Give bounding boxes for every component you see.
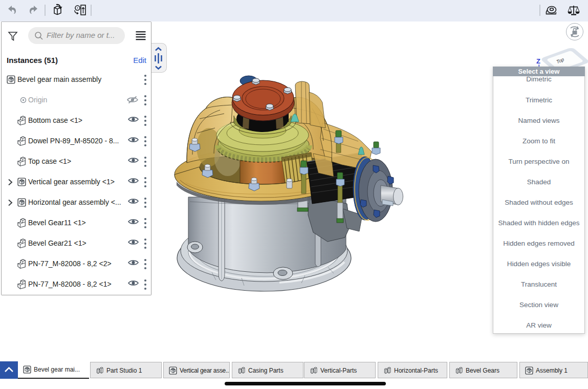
svg-text:Z: Z [536,57,540,65]
